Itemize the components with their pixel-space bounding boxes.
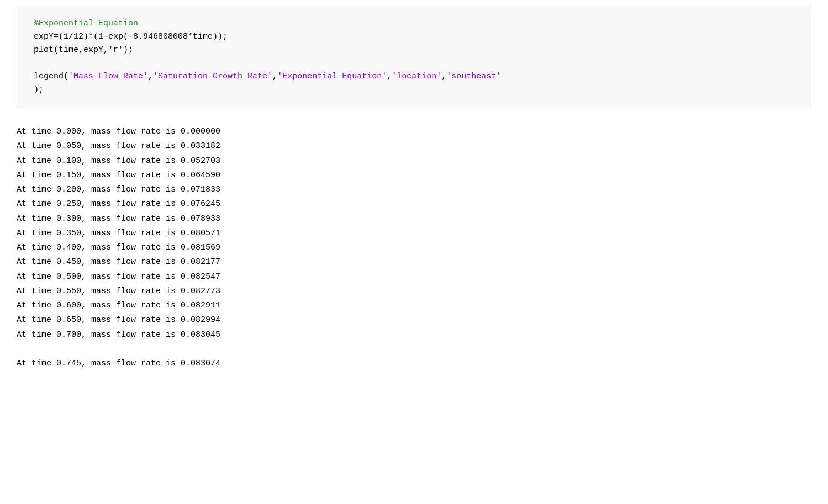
code-line-empty	[34, 57, 794, 70]
output-line: At time 0.100, mass flow rate is 0.05270…	[17, 154, 811, 168]
output-block: At time 0.000, mass flow rate is 0.00000…	[0, 114, 828, 382]
output-line: At time 0.150, mass flow rate is 0.06459…	[17, 168, 811, 183]
output-line: At time 0.350, mass flow rate is 0.08057…	[17, 226, 811, 241]
output-line: At time 0.050, mass flow rate is 0.03318…	[17, 139, 811, 153]
output-line: At time 0.745, mass flow rate is 0.08307…	[17, 357, 811, 371]
legend-arg5: 'southeast'	[446, 72, 501, 81]
output-line: At time 0.250, mass flow rate is 0.07624…	[17, 197, 811, 211]
legend-arg3: 'Exponential Equation'	[277, 72, 387, 81]
code-legend-line: legend('Mass Flow Rate','Saturation Grow…	[34, 70, 794, 83]
output-line: At time 0.400, mass flow rate is 0.08156…	[17, 241, 811, 255]
legend-comma3: ,	[387, 72, 392, 81]
output-line: At time 0.200, mass flow rate is 0.07183…	[17, 183, 811, 197]
code-comment: %Exponential Equation	[34, 17, 794, 30]
output-line: At time 0.300, mass flow rate is 0.07893…	[17, 212, 811, 226]
code-line-1: expY=(1/12)*(1-exp(-8.946808008*time));	[34, 30, 794, 44]
output-line: At time 0.600, mass flow rate is 0.08291…	[17, 299, 811, 313]
output-line: At time 0.450, mass flow rate is 0.08217…	[17, 255, 811, 269]
output-line: At time 0.500, mass flow rate is 0.08254…	[17, 270, 811, 284]
legend-arg2: 'Saturation Growth Rate'	[153, 72, 272, 81]
code-block: %Exponential Equation expY=(1/12)*(1-exp…	[17, 6, 811, 108]
output-line: At time 0.000, mass flow rate is 0.00000…	[17, 125, 811, 139]
legend-arg4: 'location'	[392, 72, 441, 81]
output-spacer	[17, 342, 811, 357]
legend-comma2: ,	[272, 72, 277, 81]
output-line: At time 0.550, mass flow rate is 0.08277…	[17, 284, 811, 299]
output-line: At time 0.650, mass flow rate is 0.08299…	[17, 313, 811, 327]
legend-keyword: legend(	[34, 72, 68, 81]
legend-comma1: ,	[148, 72, 153, 81]
code-line-2: plot(time,expY,'r');	[34, 44, 794, 57]
code-line-close: );	[34, 83, 794, 97]
output-line: At time 0.700, mass flow rate is 0.08304…	[17, 328, 811, 342]
legend-comma4: ,	[441, 72, 446, 81]
legend-arg1: 'Mass Flow Rate'	[68, 72, 148, 81]
